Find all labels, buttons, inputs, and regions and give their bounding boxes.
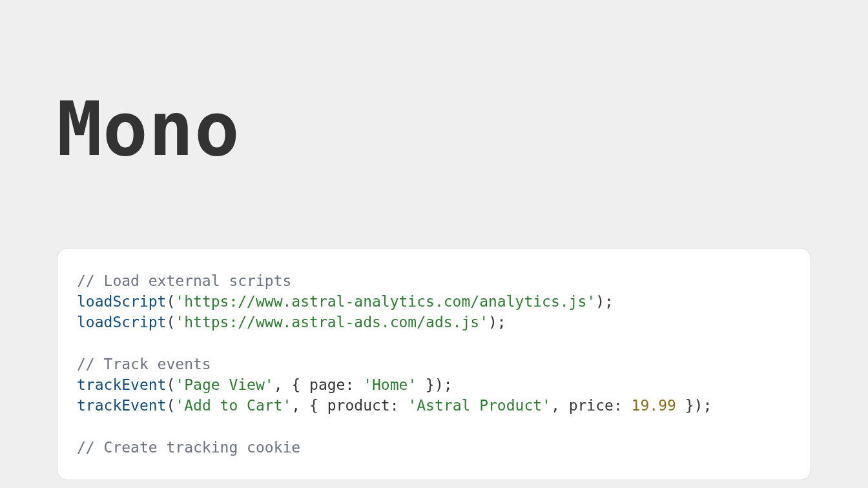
code-token: // Create tracking cookie [77, 439, 300, 456]
code-token: ( [166, 293, 175, 310]
code-token: 'Home' [363, 376, 417, 393]
code-token: }); [417, 376, 452, 393]
code-token: : [345, 376, 363, 393]
code-token: 'https://www.astral-analytics.com/analyt… [175, 293, 595, 310]
code-token: loadScript [77, 293, 166, 310]
code-token: ( [166, 397, 175, 414]
code-token: : [390, 397, 408, 414]
code-token: 19.99 [632, 397, 676, 414]
code-token: , { [274, 376, 309, 393]
code-token: }); [676, 397, 712, 414]
code-token: , { [291, 397, 327, 414]
code-token: ); [595, 293, 614, 310]
code-token: trackEvent [77, 397, 166, 414]
code-token: page [309, 376, 345, 393]
code-token: , [551, 397, 569, 414]
code-token: price [569, 397, 614, 414]
code-block: // Load external scripts loadScript('htt… [57, 248, 811, 480]
code-token: ( [166, 376, 175, 393]
code-content: // Load external scripts loadScript('htt… [77, 270, 791, 458]
code-token: trackEvent [77, 376, 166, 393]
code-token: // Load external scripts [77, 272, 291, 289]
code-token: 'Page View' [175, 376, 273, 393]
code-token: 'Astral Product' [408, 397, 551, 414]
code-token: 'Add to Cart' [175, 397, 291, 414]
code-token: // Track events [77, 356, 211, 372]
code-token: : [614, 397, 632, 414]
page-title: Mono [0, 0, 868, 167]
code-token: ( [166, 314, 175, 330]
code-token: ); [488, 314, 506, 330]
code-token: loadScript [77, 314, 166, 330]
code-token: 'https://www.astral-ads.com/ads.js' [175, 314, 488, 330]
code-token: product [327, 397, 390, 414]
